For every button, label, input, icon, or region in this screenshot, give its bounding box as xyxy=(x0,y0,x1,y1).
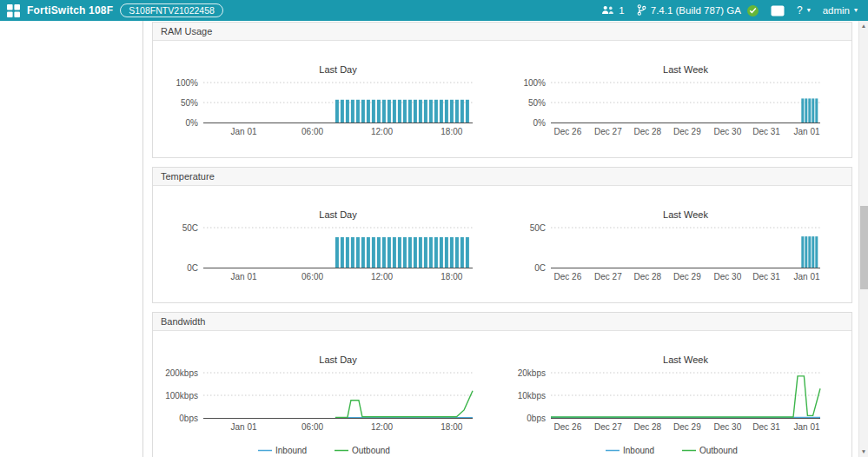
page-layout: RAM Usage 0%50%100%Last DayJan 0106:0012… xyxy=(0,21,868,457)
topbar-right-cluster: 1 7.4.1 (Build 787) GA xyxy=(601,4,858,17)
admin-label: admin xyxy=(823,5,850,16)
svg-text:18:00: 18:00 xyxy=(441,127,462,136)
content-area: RAM Usage 0%50%100%Last DayJan 0106:0012… xyxy=(143,21,868,457)
chart-last-day: 0%50%100%Last DayJan 0106:0012:0018:00 xyxy=(160,60,494,147)
chevron-down-icon: ▾ xyxy=(807,7,811,14)
panel-ram-usage: RAM Usage 0%50%100%Last DayJan 0106:0012… xyxy=(152,22,852,158)
svg-text:Outbound: Outbound xyxy=(699,446,738,455)
chart-last-day: 0C50CLast DayJan 0106:0012:0018:00 xyxy=(160,205,494,292)
svg-text:Dec 30: Dec 30 xyxy=(714,272,742,281)
svg-text:Last Day: Last Day xyxy=(319,209,357,220)
svg-text:50%: 50% xyxy=(181,98,198,108)
scroll-up-arrow[interactable]: ▲ xyxy=(859,21,868,31)
firmware-version: 7.4.1 (Build 787) GA xyxy=(637,4,759,17)
chart-last-week: 0bps10kbps20kbpsLast WeekDec 26Dec 27Dec… xyxy=(507,350,842,457)
chart-last-day: 0bps100kbps200kbpsLast DayJan 0106:0012:… xyxy=(160,350,494,457)
scrollbar-thumb[interactable] xyxy=(860,206,868,289)
svg-text:100%: 100% xyxy=(176,78,198,88)
fortinet-logo xyxy=(7,4,20,17)
cli-console-button[interactable] xyxy=(771,5,785,17)
svg-text:Dec 29: Dec 29 xyxy=(673,272,701,281)
serial-number-badge: S108FNTV21022458 xyxy=(120,3,223,17)
svg-text:Jan 01: Jan 01 xyxy=(230,272,256,281)
svg-text:Dec 29: Dec 29 xyxy=(673,127,701,136)
product-name: FortiSwitch 108F xyxy=(27,4,113,17)
session-count: 1 xyxy=(619,5,624,16)
svg-text:Last Week: Last Week xyxy=(663,64,708,75)
svg-text:Inbound: Inbound xyxy=(623,446,654,455)
chevron-down-icon: ▾ xyxy=(854,7,858,14)
svg-text:0C: 0C xyxy=(187,263,198,273)
svg-text:Last Week: Last Week xyxy=(663,354,708,365)
svg-text:Jan 01: Jan 01 xyxy=(793,422,819,432)
main-scrollbar[interactable]: ▲ ▼ xyxy=(858,21,868,457)
svg-text:Dec 31: Dec 31 xyxy=(752,422,780,432)
svg-text:Dec 27: Dec 27 xyxy=(594,127,622,136)
help-menu[interactable]: ? ▾ xyxy=(797,4,811,17)
svg-text:Dec 29: Dec 29 xyxy=(673,422,701,432)
svg-text:Last Day: Last Day xyxy=(319,64,357,75)
svg-text:Dec 26: Dec 26 xyxy=(554,422,582,432)
ram-charts-row: 0%50%100%Last DayJan 0106:0012:0018:000%… xyxy=(153,41,851,157)
svg-text:18:00: 18:00 xyxy=(441,272,462,281)
svg-text:Jan 01: Jan 01 xyxy=(230,127,256,136)
panel-title: Temperature xyxy=(153,168,851,186)
svg-text:Last Week: Last Week xyxy=(663,209,708,220)
svg-text:10kbps: 10kbps xyxy=(518,391,546,401)
panel-title: RAM Usage xyxy=(153,23,851,41)
chart-last-week: 0C50CLast WeekDec 26Dec 27Dec 28Dec 29De… xyxy=(507,205,842,292)
panel-bandwidth: Bandwidth 0bps100kbps200kbpsLast DayJan … xyxy=(152,312,852,457)
panel-title: Bandwidth xyxy=(153,313,851,331)
svg-text:50C: 50C xyxy=(182,223,198,233)
svg-text:100kbps: 100kbps xyxy=(165,391,198,401)
svg-text:06:00: 06:00 xyxy=(301,422,323,432)
firmware-valid-check-icon xyxy=(747,5,759,17)
svg-text:Jan 01: Jan 01 xyxy=(230,422,256,432)
chart-last-week: 0%50%100%Last WeekDec 26Dec 27Dec 28Dec … xyxy=(507,60,842,147)
svg-text:0bps: 0bps xyxy=(179,414,198,423)
svg-text:18:00: 18:00 xyxy=(441,422,462,432)
svg-text:20kbps: 20kbps xyxy=(518,368,546,378)
svg-text:Jan 01: Jan 01 xyxy=(793,272,819,281)
users-icon xyxy=(601,5,614,17)
svg-text:Dec 28: Dec 28 xyxy=(633,127,661,136)
svg-text:Dec 26: Dec 26 xyxy=(554,272,582,281)
svg-text:12:00: 12:00 xyxy=(371,422,393,432)
svg-text:50C: 50C xyxy=(530,223,546,233)
scroll-down-arrow[interactable]: ▼ xyxy=(859,447,868,457)
svg-text:Dec 27: Dec 27 xyxy=(594,272,622,281)
svg-text:Dec 31: Dec 31 xyxy=(752,272,780,281)
svg-text:Jan 01: Jan 01 xyxy=(793,127,819,136)
bandwidth-charts-row: 0bps100kbps200kbpsLast DayJan 0106:0012:… xyxy=(153,331,851,457)
svg-text:12:00: 12:00 xyxy=(371,127,393,136)
svg-text:Dec 30: Dec 30 xyxy=(714,422,742,432)
svg-text:Dec 30: Dec 30 xyxy=(714,127,742,136)
svg-text:Dec 28: Dec 28 xyxy=(633,272,661,281)
svg-text:Outbound: Outbound xyxy=(352,446,390,455)
version-branch-icon xyxy=(637,4,646,17)
svg-text:06:00: 06:00 xyxy=(301,272,323,281)
firmware-version-text: 7.4.1 (Build 787) GA xyxy=(651,5,741,16)
sidebar xyxy=(0,21,143,457)
svg-text:Dec 28: Dec 28 xyxy=(633,422,661,432)
svg-text:0%: 0% xyxy=(186,118,199,128)
svg-text:Dec 26: Dec 26 xyxy=(554,127,582,136)
svg-text:0bps: 0bps xyxy=(527,414,546,423)
svg-text:06:00: 06:00 xyxy=(301,127,323,136)
temperature-charts-row: 0C50CLast DayJan 0106:0012:0018:000C50CL… xyxy=(153,186,851,302)
admin-menu[interactable]: admin ▾ xyxy=(823,5,858,16)
svg-text:200kbps: 200kbps xyxy=(165,368,198,378)
svg-text:Dec 31: Dec 31 xyxy=(752,127,780,136)
top-bar: FortiSwitch 108F S108FNTV21022458 1 xyxy=(0,0,868,21)
svg-text:Last Day: Last Day xyxy=(319,354,357,365)
panel-temperature: Temperature 0C50CLast DayJan 0106:0012:0… xyxy=(152,167,852,303)
svg-text:50%: 50% xyxy=(528,98,546,108)
svg-text:0%: 0% xyxy=(533,118,547,128)
admin-sessions[interactable]: 1 xyxy=(601,5,624,17)
svg-text:0C: 0C xyxy=(534,263,546,273)
help-label: ? xyxy=(797,4,803,17)
svg-text:Inbound: Inbound xyxy=(275,446,307,455)
svg-text:12:00: 12:00 xyxy=(371,272,393,281)
svg-text:100%: 100% xyxy=(523,78,546,88)
svg-text:Dec 27: Dec 27 xyxy=(594,422,622,432)
